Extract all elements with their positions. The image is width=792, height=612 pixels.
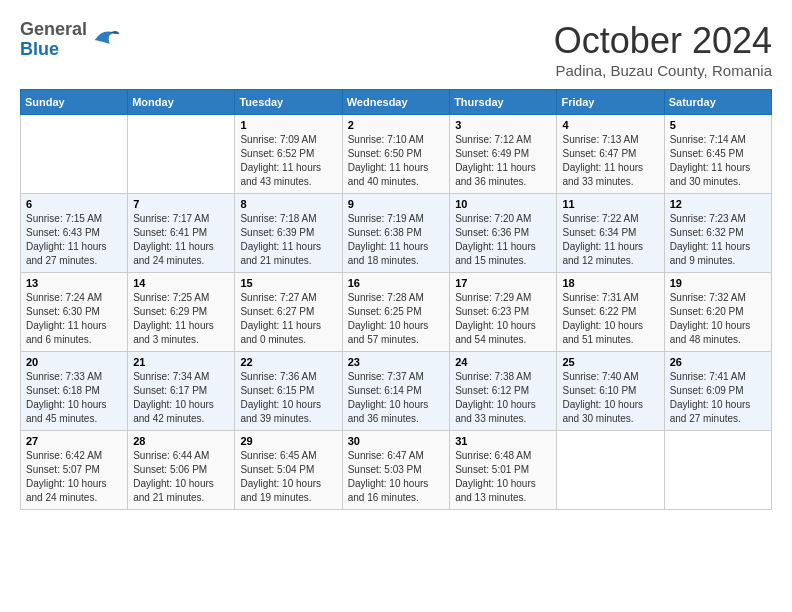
page-header: General Blue October 2024 Padina, Buzau … bbox=[20, 20, 772, 79]
day-info: Sunrise: 7:14 AM Sunset: 6:45 PM Dayligh… bbox=[670, 133, 766, 189]
day-number: 18 bbox=[562, 277, 658, 289]
calendar-cell bbox=[21, 115, 128, 194]
day-number: 13 bbox=[26, 277, 122, 289]
calendar-cell: 21Sunrise: 7:34 AM Sunset: 6:17 PM Dayli… bbox=[128, 352, 235, 431]
day-number: 7 bbox=[133, 198, 229, 210]
day-of-week-friday: Friday bbox=[557, 90, 664, 115]
day-number: 12 bbox=[670, 198, 766, 210]
calendar-cell: 9Sunrise: 7:19 AM Sunset: 6:38 PM Daylig… bbox=[342, 194, 449, 273]
day-number: 17 bbox=[455, 277, 551, 289]
day-number: 10 bbox=[455, 198, 551, 210]
logo: General Blue bbox=[20, 20, 121, 60]
calendar-cell: 23Sunrise: 7:37 AM Sunset: 6:14 PM Dayli… bbox=[342, 352, 449, 431]
calendar-cell: 11Sunrise: 7:22 AM Sunset: 6:34 PM Dayli… bbox=[557, 194, 664, 273]
day-info: Sunrise: 7:34 AM Sunset: 6:17 PM Dayligh… bbox=[133, 370, 229, 426]
day-of-week-sunday: Sunday bbox=[21, 90, 128, 115]
day-info: Sunrise: 7:25 AM Sunset: 6:29 PM Dayligh… bbox=[133, 291, 229, 347]
day-info: Sunrise: 7:32 AM Sunset: 6:20 PM Dayligh… bbox=[670, 291, 766, 347]
calendar-cell: 20Sunrise: 7:33 AM Sunset: 6:18 PM Dayli… bbox=[21, 352, 128, 431]
calendar-week-3: 13Sunrise: 7:24 AM Sunset: 6:30 PM Dayli… bbox=[21, 273, 772, 352]
calendar-cell: 16Sunrise: 7:28 AM Sunset: 6:25 PM Dayli… bbox=[342, 273, 449, 352]
calendar-cell: 12Sunrise: 7:23 AM Sunset: 6:32 PM Dayli… bbox=[664, 194, 771, 273]
day-info: Sunrise: 7:24 AM Sunset: 6:30 PM Dayligh… bbox=[26, 291, 122, 347]
title-area: October 2024 Padina, Buzau County, Roman… bbox=[554, 20, 772, 79]
day-info: Sunrise: 7:38 AM Sunset: 6:12 PM Dayligh… bbox=[455, 370, 551, 426]
day-of-week-monday: Monday bbox=[128, 90, 235, 115]
day-info: Sunrise: 7:22 AM Sunset: 6:34 PM Dayligh… bbox=[562, 212, 658, 268]
calendar-week-2: 6Sunrise: 7:15 AM Sunset: 6:43 PM Daylig… bbox=[21, 194, 772, 273]
calendar-cell: 24Sunrise: 7:38 AM Sunset: 6:12 PM Dayli… bbox=[450, 352, 557, 431]
day-info: Sunrise: 7:18 AM Sunset: 6:39 PM Dayligh… bbox=[240, 212, 336, 268]
day-number: 6 bbox=[26, 198, 122, 210]
calendar-cell: 22Sunrise: 7:36 AM Sunset: 6:15 PM Dayli… bbox=[235, 352, 342, 431]
calendar-week-5: 27Sunrise: 6:42 AM Sunset: 5:07 PM Dayli… bbox=[21, 431, 772, 510]
calendar-cell: 3Sunrise: 7:12 AM Sunset: 6:49 PM Daylig… bbox=[450, 115, 557, 194]
calendar-cell: 18Sunrise: 7:31 AM Sunset: 6:22 PM Dayli… bbox=[557, 273, 664, 352]
day-info: Sunrise: 6:42 AM Sunset: 5:07 PM Dayligh… bbox=[26, 449, 122, 505]
day-info: Sunrise: 7:31 AM Sunset: 6:22 PM Dayligh… bbox=[562, 291, 658, 347]
day-number: 11 bbox=[562, 198, 658, 210]
day-info: Sunrise: 7:09 AM Sunset: 6:52 PM Dayligh… bbox=[240, 133, 336, 189]
day-number: 5 bbox=[670, 119, 766, 131]
month-title: October 2024 bbox=[554, 20, 772, 62]
calendar-cell: 25Sunrise: 7:40 AM Sunset: 6:10 PM Dayli… bbox=[557, 352, 664, 431]
calendar-week-1: 1Sunrise: 7:09 AM Sunset: 6:52 PM Daylig… bbox=[21, 115, 772, 194]
day-number: 28 bbox=[133, 435, 229, 447]
day-info: Sunrise: 7:13 AM Sunset: 6:47 PM Dayligh… bbox=[562, 133, 658, 189]
logo-bird-icon bbox=[91, 25, 121, 55]
calendar-cell: 30Sunrise: 6:47 AM Sunset: 5:03 PM Dayli… bbox=[342, 431, 449, 510]
day-info: Sunrise: 7:20 AM Sunset: 6:36 PM Dayligh… bbox=[455, 212, 551, 268]
day-info: Sunrise: 6:45 AM Sunset: 5:04 PM Dayligh… bbox=[240, 449, 336, 505]
day-info: Sunrise: 7:23 AM Sunset: 6:32 PM Dayligh… bbox=[670, 212, 766, 268]
calendar-cell: 31Sunrise: 6:48 AM Sunset: 5:01 PM Dayli… bbox=[450, 431, 557, 510]
day-number: 23 bbox=[348, 356, 444, 368]
calendar-cell: 2Sunrise: 7:10 AM Sunset: 6:50 PM Daylig… bbox=[342, 115, 449, 194]
day-info: Sunrise: 6:48 AM Sunset: 5:01 PM Dayligh… bbox=[455, 449, 551, 505]
day-number: 26 bbox=[670, 356, 766, 368]
calendar-cell: 8Sunrise: 7:18 AM Sunset: 6:39 PM Daylig… bbox=[235, 194, 342, 273]
calendar-body: 1Sunrise: 7:09 AM Sunset: 6:52 PM Daylig… bbox=[21, 115, 772, 510]
calendar-table: SundayMondayTuesdayWednesdayThursdayFrid… bbox=[20, 89, 772, 510]
day-number: 1 bbox=[240, 119, 336, 131]
calendar-cell: 26Sunrise: 7:41 AM Sunset: 6:09 PM Dayli… bbox=[664, 352, 771, 431]
day-number: 24 bbox=[455, 356, 551, 368]
days-of-week-row: SundayMondayTuesdayWednesdayThursdayFrid… bbox=[21, 90, 772, 115]
calendar-cell bbox=[128, 115, 235, 194]
day-number: 8 bbox=[240, 198, 336, 210]
day-info: Sunrise: 7:33 AM Sunset: 6:18 PM Dayligh… bbox=[26, 370, 122, 426]
day-number: 21 bbox=[133, 356, 229, 368]
day-number: 3 bbox=[455, 119, 551, 131]
day-number: 16 bbox=[348, 277, 444, 289]
day-info: Sunrise: 7:19 AM Sunset: 6:38 PM Dayligh… bbox=[348, 212, 444, 268]
day-info: Sunrise: 7:29 AM Sunset: 6:23 PM Dayligh… bbox=[455, 291, 551, 347]
calendar-cell bbox=[664, 431, 771, 510]
calendar-header: SundayMondayTuesdayWednesdayThursdayFrid… bbox=[21, 90, 772, 115]
day-info: Sunrise: 7:17 AM Sunset: 6:41 PM Dayligh… bbox=[133, 212, 229, 268]
day-number: 9 bbox=[348, 198, 444, 210]
day-number: 25 bbox=[562, 356, 658, 368]
location-subtitle: Padina, Buzau County, Romania bbox=[554, 62, 772, 79]
day-info: Sunrise: 7:41 AM Sunset: 6:09 PM Dayligh… bbox=[670, 370, 766, 426]
day-info: Sunrise: 7:40 AM Sunset: 6:10 PM Dayligh… bbox=[562, 370, 658, 426]
calendar-cell: 6Sunrise: 7:15 AM Sunset: 6:43 PM Daylig… bbox=[21, 194, 128, 273]
calendar-cell: 1Sunrise: 7:09 AM Sunset: 6:52 PM Daylig… bbox=[235, 115, 342, 194]
calendar-cell bbox=[557, 431, 664, 510]
day-of-week-tuesday: Tuesday bbox=[235, 90, 342, 115]
day-number: 2 bbox=[348, 119, 444, 131]
day-info: Sunrise: 6:44 AM Sunset: 5:06 PM Dayligh… bbox=[133, 449, 229, 505]
calendar-cell: 27Sunrise: 6:42 AM Sunset: 5:07 PM Dayli… bbox=[21, 431, 128, 510]
logo-general: General bbox=[20, 20, 87, 40]
day-number: 30 bbox=[348, 435, 444, 447]
day-number: 27 bbox=[26, 435, 122, 447]
day-number: 19 bbox=[670, 277, 766, 289]
calendar-cell: 29Sunrise: 6:45 AM Sunset: 5:04 PM Dayli… bbox=[235, 431, 342, 510]
day-info: Sunrise: 7:27 AM Sunset: 6:27 PM Dayligh… bbox=[240, 291, 336, 347]
calendar-cell: 14Sunrise: 7:25 AM Sunset: 6:29 PM Dayli… bbox=[128, 273, 235, 352]
day-info: Sunrise: 7:10 AM Sunset: 6:50 PM Dayligh… bbox=[348, 133, 444, 189]
day-info: Sunrise: 6:47 AM Sunset: 5:03 PM Dayligh… bbox=[348, 449, 444, 505]
calendar-week-4: 20Sunrise: 7:33 AM Sunset: 6:18 PM Dayli… bbox=[21, 352, 772, 431]
day-info: Sunrise: 7:12 AM Sunset: 6:49 PM Dayligh… bbox=[455, 133, 551, 189]
calendar-cell: 5Sunrise: 7:14 AM Sunset: 6:45 PM Daylig… bbox=[664, 115, 771, 194]
day-info: Sunrise: 7:37 AM Sunset: 6:14 PM Dayligh… bbox=[348, 370, 444, 426]
calendar-cell: 28Sunrise: 6:44 AM Sunset: 5:06 PM Dayli… bbox=[128, 431, 235, 510]
